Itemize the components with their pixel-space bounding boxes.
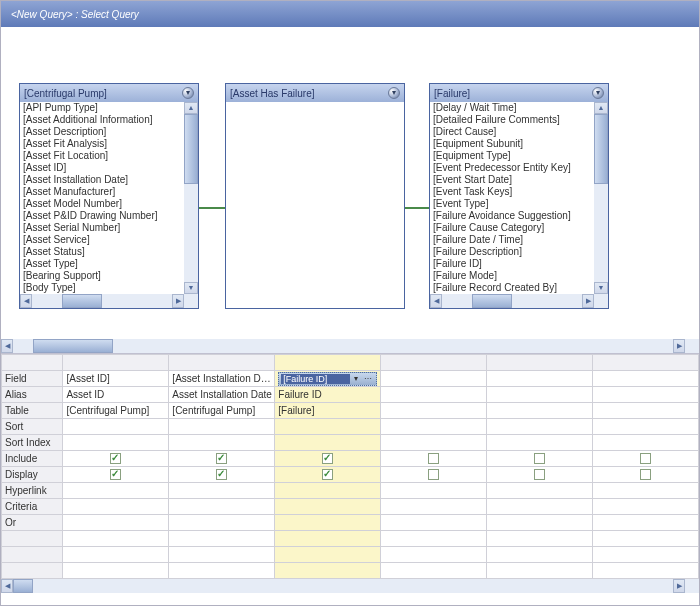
grid-cell[interactable] <box>275 563 381 579</box>
grid-cell[interactable]: [Failure ID]▾⋯ <box>275 371 381 387</box>
scroll-left-icon[interactable]: ◀ <box>1 579 13 593</box>
grid-cell[interactable] <box>169 435 275 451</box>
field-item[interactable]: [Asset Serial Number] <box>20 222 184 234</box>
grid-cell[interactable]: Failure ID <box>275 387 381 403</box>
grid-cell[interactable] <box>169 419 275 435</box>
grid-cell[interactable] <box>63 531 169 547</box>
field-item[interactable]: [Asset Fit Analysis] <box>20 138 184 150</box>
grid-cell[interactable] <box>63 563 169 579</box>
grid-cell[interactable]: Asset Installation Date <box>169 387 275 403</box>
grid-cell[interactable] <box>63 435 169 451</box>
scroll-right-icon[interactable]: ▶ <box>172 294 184 308</box>
grid-cell[interactable] <box>169 467 275 483</box>
field-item[interactable]: [Bearing Support] <box>20 270 184 282</box>
grid-cell[interactable] <box>275 499 381 515</box>
include-checkbox[interactable] <box>216 453 227 464</box>
scroll-down-icon[interactable]: ▼ <box>594 282 608 294</box>
field-item[interactable]: [Equipment Type] <box>430 150 594 162</box>
grid-cell[interactable] <box>593 547 699 563</box>
grid-cell[interactable] <box>487 419 593 435</box>
grid-cell[interactable] <box>169 515 275 531</box>
grid-cell[interactable] <box>381 563 487 579</box>
scroll-up-icon[interactable]: ▲ <box>184 102 198 114</box>
grid-cell[interactable] <box>593 531 699 547</box>
grid-cell[interactable] <box>381 387 487 403</box>
chevron-down-icon[interactable]: ▾ <box>350 374 362 383</box>
grid-cell[interactable] <box>593 483 699 499</box>
grid-cell[interactable] <box>593 419 699 435</box>
display-checkbox[interactable] <box>534 469 545 480</box>
grid-cell[interactable] <box>381 547 487 563</box>
grid-cell[interactable] <box>381 419 487 435</box>
field-item[interactable]: [Asset Installation Date] <box>20 174 184 186</box>
display-checkbox[interactable] <box>322 469 333 480</box>
field-item[interactable]: [Failure Record Created By] <box>430 282 594 294</box>
grid-cell[interactable]: [Asset ID] <box>63 371 169 387</box>
include-checkbox[interactable] <box>534 453 545 464</box>
entity-asset-has-failure[interactable]: [Asset Has Failure] ▾ <box>225 83 405 309</box>
grid-cell[interactable] <box>593 403 699 419</box>
grid-cell[interactable] <box>275 547 381 563</box>
scroll-thumb[interactable] <box>62 294 102 308</box>
field-item[interactable]: [Event Start Date] <box>430 174 594 186</box>
scroll-left-icon[interactable]: ◀ <box>20 294 32 308</box>
display-checkbox[interactable] <box>216 469 227 480</box>
field-item[interactable]: [Delay / Wait Time] <box>430 102 594 114</box>
grid-cell[interactable] <box>487 451 593 467</box>
field-item[interactable]: [Asset ID] <box>20 162 184 174</box>
grid-cell[interactable] <box>275 483 381 499</box>
scroll-thumb[interactable] <box>184 114 198 184</box>
grid-cell[interactable] <box>381 451 487 467</box>
field-item[interactable]: [Failure Date / Time] <box>430 234 594 246</box>
query-grid[interactable]: Field[Asset ID][Asset Installation D…[Fa… <box>1 353 699 593</box>
grid-cell[interactable] <box>381 515 487 531</box>
collapse-icon[interactable]: ▾ <box>592 87 604 99</box>
grid-cell[interactable] <box>63 515 169 531</box>
grid-cell[interactable] <box>275 419 381 435</box>
grid-cell[interactable] <box>487 515 593 531</box>
grid-cell[interactable]: [Asset Installation D… <box>169 371 275 387</box>
collapse-icon[interactable]: ▾ <box>388 87 400 99</box>
grid-cell[interactable] <box>63 451 169 467</box>
vertical-scrollbar[interactable]: ▲ ▼ <box>184 102 198 294</box>
grid-cell[interactable] <box>381 483 487 499</box>
scroll-right-icon[interactable]: ▶ <box>582 294 594 308</box>
field-item[interactable]: [Event Predecessor Entity Key] <box>430 162 594 174</box>
design-surface[interactable]: [Centrifugal Pump] ▾ [API Pump Type][Ass… <box>1 27 699 339</box>
scroll-left-icon[interactable]: ◀ <box>430 294 442 308</box>
ellipsis-icon[interactable]: ⋯ <box>362 374 374 383</box>
display-checkbox[interactable] <box>640 469 651 480</box>
grid-cell[interactable] <box>487 435 593 451</box>
resize-grip[interactable] <box>184 294 198 308</box>
grid-cell[interactable] <box>593 467 699 483</box>
field-item[interactable]: [Asset Type] <box>20 258 184 270</box>
grid-cell[interactable] <box>275 451 381 467</box>
grid-cell[interactable] <box>487 387 593 403</box>
grid-cell[interactable] <box>63 499 169 515</box>
grid-cell[interactable] <box>487 483 593 499</box>
horizontal-scrollbar[interactable]: ◀ ▶ <box>430 294 594 308</box>
grid-cell[interactable] <box>487 403 593 419</box>
field-item[interactable]: [Asset Model Number] <box>20 198 184 210</box>
field-item[interactable]: [Asset Description] <box>20 126 184 138</box>
grid-cell[interactable] <box>593 435 699 451</box>
entity-failure[interactable]: [Failure] ▾ [Delay / Wait Time][Detailed… <box>429 83 609 309</box>
scroll-right-icon[interactable]: ▶ <box>673 579 685 593</box>
field-item[interactable]: [Failure ID] <box>430 258 594 270</box>
grid-cell[interactable] <box>275 531 381 547</box>
grid-cell[interactable] <box>275 515 381 531</box>
grid-cell[interactable] <box>169 451 275 467</box>
grid-cell[interactable] <box>63 483 169 499</box>
field-item[interactable]: [Event Type] <box>430 198 594 210</box>
field-item[interactable]: [Direct Cause] <box>430 126 594 138</box>
field-item[interactable]: [Failure Cause Category] <box>430 222 594 234</box>
field-item[interactable]: [Asset Service] <box>20 234 184 246</box>
grid-cell[interactable] <box>169 499 275 515</box>
field-list[interactable]: [Delay / Wait Time][Detailed Failure Com… <box>430 102 594 294</box>
field-item[interactable]: [Failure Description] <box>430 246 594 258</box>
field-item[interactable]: [Detailed Failure Comments] <box>430 114 594 126</box>
display-checkbox[interactable] <box>428 469 439 480</box>
grid-cell[interactable] <box>593 387 699 403</box>
grid-cell[interactable] <box>275 435 381 451</box>
field-item[interactable]: [Body Type] <box>20 282 184 294</box>
